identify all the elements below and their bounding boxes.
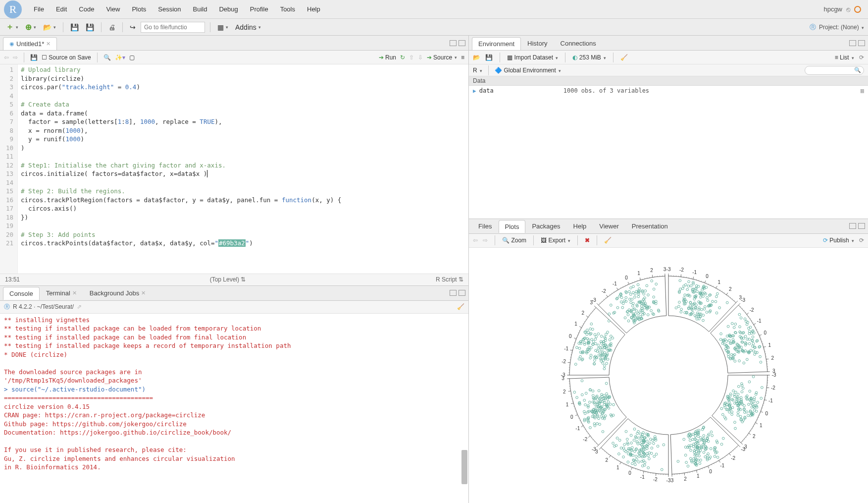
list-view-button[interactable]: ≡ List ▾	[835, 54, 854, 61]
plots-tab-packages[interactable]: Packages	[525, 220, 566, 232]
menu-file[interactable]: File	[29, 3, 49, 15]
goto-button[interactable]: ↪	[128, 22, 138, 32]
minimize-console-icon[interactable]	[450, 290, 457, 296]
svg-text:-3: -3	[592, 297, 596, 303]
forward-icon[interactable]: ⇨	[13, 54, 18, 61]
find-icon[interactable]: 🔍	[103, 54, 111, 61]
project-menu[interactable]: Project: (None) ▾	[819, 24, 864, 31]
svg-line-378	[746, 437, 747, 438]
prev-plot-icon[interactable]: ⇦	[473, 237, 478, 244]
env-tab-environment[interactable]: Environment	[472, 37, 521, 50]
env-scope-selector[interactable]: 🔷 Global Environment ▾	[495, 67, 561, 74]
refresh-plot-icon[interactable]: ⟳	[859, 237, 864, 244]
refresh-env-icon[interactable]: ⟳	[859, 54, 864, 61]
new-project-button[interactable]: ⊕▾	[23, 21, 38, 33]
rerun-button[interactable]: ↻	[400, 54, 405, 61]
session-status-icon[interactable]	[854, 6, 861, 13]
publish-button[interactable]: ⟳ Publish ▾	[823, 237, 854, 244]
env-tab-connections[interactable]: Connections	[554, 37, 603, 50]
clear-console-icon[interactable]: 🧹	[457, 303, 464, 310]
menu-help[interactable]: Help	[302, 3, 325, 15]
svg-line-710	[619, 461, 619, 462]
wand-icon[interactable]: ✨▾	[115, 54, 125, 61]
load-workspace-icon[interactable]: 📂	[473, 54, 480, 61]
grid-button[interactable]: ▦▾	[215, 22, 230, 32]
view-data-icon[interactable]: ▦	[861, 87, 864, 94]
remove-plot-icon[interactable]: ✖	[585, 237, 590, 244]
source-button[interactable]: ➔Source ▾	[427, 54, 457, 61]
menu-build[interactable]: Build	[188, 3, 212, 15]
env-row[interactable]: ▶ data 1000 obs. of 3 variables ▦	[469, 86, 868, 96]
console-wd-icon[interactable]: ⇗	[77, 303, 82, 310]
svg-text:3: 3	[664, 267, 666, 272]
svg-line-707	[626, 465, 626, 466]
menu-code[interactable]: Code	[74, 3, 99, 15]
memory-usage[interactable]: ◐ 253 MiB ▾	[572, 54, 606, 61]
menu-profile[interactable]: Profile	[245, 3, 273, 15]
console-tab-background-jobs[interactable]: Background Jobs ✕	[83, 286, 152, 299]
plots-tab-help[interactable]: Help	[567, 220, 593, 232]
minimize-plots-icon[interactable]	[849, 223, 856, 229]
svg-point-905	[602, 431, 604, 433]
scrollbar-thumb[interactable]	[461, 450, 467, 484]
import-dataset-button[interactable]: ▦ Import Dataset ▾	[507, 54, 558, 61]
goto-input[interactable]	[141, 22, 205, 33]
minimize-pane-icon[interactable]	[450, 40, 457, 46]
open-file-button[interactable]: 📂▾	[41, 22, 58, 32]
source-tab[interactable]: ◉ Untitled1* ✕	[3, 37, 57, 50]
outline-icon[interactable]: ≡	[461, 54, 464, 61]
addins-button[interactable]: Addins ▾	[233, 22, 263, 32]
save-source-icon[interactable]: 💾	[30, 54, 38, 61]
cursor-position: 13:51	[5, 276, 20, 283]
env-language-selector[interactable]: R ▾	[473, 67, 482, 74]
svg-point-757	[663, 444, 665, 446]
svg-point-1179	[599, 358, 602, 360]
menu-edit[interactable]: Edit	[51, 3, 72, 15]
save-workspace-icon[interactable]: 💾	[485, 54, 493, 61]
down-icon[interactable]: ⇩	[418, 54, 423, 61]
print-button[interactable]: 🖨	[106, 22, 117, 32]
back-icon[interactable]: ⇦	[4, 54, 9, 61]
console-tab-terminal[interactable]: Terminal ✕	[40, 286, 83, 299]
run-button[interactable]: ➔Run	[379, 54, 396, 61]
plots-tab-viewer[interactable]: Viewer	[593, 220, 625, 232]
expand-icon[interactable]: ▶	[473, 88, 476, 94]
maximize-env-icon[interactable]	[858, 40, 865, 46]
logout-icon[interactable]: ⎋	[846, 5, 850, 13]
up-icon[interactable]: ⇧	[409, 54, 414, 61]
clear-plots-icon[interactable]: 🧹	[604, 237, 612, 244]
save-all-button[interactable]: 💾	[84, 22, 96, 32]
menu-plots[interactable]: Plots	[127, 3, 151, 15]
save-button[interactable]: 💾	[68, 22, 81, 32]
zoom-button[interactable]: 🔍 Zoom	[502, 237, 526, 244]
console-tab-console[interactable]: Console	[3, 287, 40, 300]
svg-point-1334	[632, 291, 635, 294]
new-file-button[interactable]: ＋▾	[4, 21, 20, 33]
maximize-plots-icon[interactable]	[858, 223, 865, 229]
next-plot-icon[interactable]: ⇨	[483, 237, 488, 244]
minimize-env-icon[interactable]	[849, 40, 856, 46]
close-tab-icon[interactable]: ✕	[46, 41, 51, 47]
language-selector[interactable]: R Script ⇅	[436, 276, 463, 283]
source-on-save-checkbox[interactable]: ☐ Source on Save	[42, 54, 91, 61]
scope-selector[interactable]: (Top Level) ⇅	[210, 276, 246, 283]
svg-point-835	[646, 447, 648, 450]
svg-line-8	[716, 286, 717, 288]
menu-session[interactable]: Session	[153, 3, 186, 15]
svg-line-375	[751, 431, 752, 431]
menu-tools[interactable]: Tools	[275, 3, 300, 15]
plots-tab-presentation[interactable]: Presentation	[625, 220, 674, 232]
plots-tab-files[interactable]: Files	[472, 220, 498, 232]
menu-debug[interactable]: Debug	[214, 3, 243, 15]
console-output[interactable]: ** installing vignettes** testing if ins…	[0, 314, 468, 503]
plots-tab-plots[interactable]: Plots	[499, 220, 526, 233]
menu-view[interactable]: View	[101, 3, 125, 15]
clear-env-icon[interactable]: 🧹	[620, 54, 628, 61]
maximize-console-icon[interactable]	[459, 290, 465, 296]
maximize-pane-icon[interactable]	[459, 40, 465, 46]
code-editor[interactable]: 123456789101112131415161718192021 # Uplo…	[0, 64, 468, 274]
env-tab-history[interactable]: History	[521, 37, 554, 50]
svg-line-709	[621, 463, 622, 464]
export-button[interactable]: 🖼 Export ▾	[541, 237, 570, 244]
compile-report-icon[interactable]: ▢	[129, 54, 135, 61]
